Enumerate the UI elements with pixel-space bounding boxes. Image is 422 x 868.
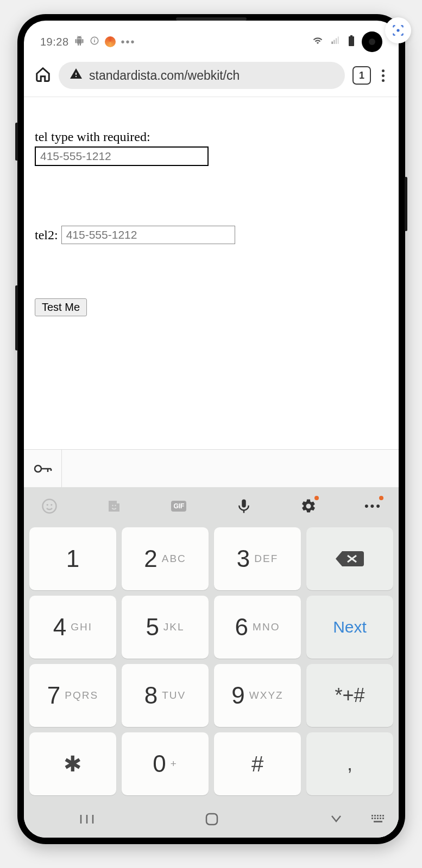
settings-icon[interactable] (297, 495, 320, 518)
web-page-content: tel type with required: tel2: Test Me (24, 97, 399, 327)
browser-menu-button[interactable] (379, 67, 388, 84)
svg-point-14 (43, 500, 56, 513)
sticker-icon[interactable] (103, 495, 125, 518)
svg-rect-25 (206, 814, 217, 825)
info-icon (90, 36, 99, 48)
mic-icon[interactable] (232, 495, 255, 518)
key-8[interactable]: 8TUV (122, 664, 209, 727)
tel1-input[interactable] (35, 146, 209, 166)
nav-home-icon[interactable] (204, 812, 219, 829)
soft-keyboard: GIF ••• 1 2ABC 3DEF (24, 487, 399, 838)
svg-rect-27 (374, 815, 376, 816)
key-9[interactable]: 9WXYZ (214, 664, 301, 727)
tabs-button[interactable]: 1 (352, 66, 371, 85)
suggestion-area[interactable] (62, 450, 399, 487)
key-0[interactable]: 0+ (122, 732, 209, 795)
tel2-input[interactable] (61, 226, 235, 244)
nav-back-icon[interactable] (329, 814, 344, 827)
svg-rect-5 (333, 40, 335, 44)
tel1-label: tel type with required: (35, 130, 388, 144)
android-nav-bar (24, 803, 399, 838)
key-5[interactable]: 5JKL (122, 596, 209, 659)
svg-rect-6 (336, 38, 337, 44)
battery-icon (348, 35, 355, 49)
key-1[interactable]: 1 (29, 527, 116, 590)
svg-rect-32 (374, 818, 376, 819)
svg-rect-36 (374, 821, 382, 822)
url-bar[interactable]: standardista.com/webkit/ch (59, 62, 345, 89)
svg-rect-9 (349, 36, 354, 46)
svg-rect-7 (338, 36, 339, 44)
insecure-icon (70, 67, 83, 84)
key-comma[interactable]: , (306, 732, 393, 795)
browser-toolbar: standardista.com/webkit/ch 1 (24, 55, 399, 97)
key-3[interactable]: 3DEF (214, 527, 301, 590)
svg-rect-35 (382, 818, 384, 819)
svg-point-10 (35, 465, 41, 472)
signal-icon (330, 36, 341, 48)
scan-screenshot-icon[interactable] (385, 17, 411, 43)
app-icon (105, 36, 116, 47)
key-7[interactable]: 7PQRS (29, 664, 116, 727)
svg-rect-4 (332, 41, 333, 44)
emoji-icon[interactable] (38, 495, 61, 518)
svg-rect-30 (382, 815, 384, 816)
android-icon (74, 36, 84, 48)
nav-recents-icon[interactable] (79, 813, 95, 828)
key-2[interactable]: 2ABC (122, 527, 209, 590)
gif-icon[interactable]: GIF (167, 495, 190, 518)
key-hash[interactable]: # (214, 732, 301, 795)
key-backspace[interactable] (306, 527, 393, 590)
svg-point-16 (51, 504, 52, 506)
key-6[interactable]: 6MNO (214, 596, 301, 659)
svg-rect-28 (377, 815, 379, 816)
more-icon[interactable]: ••• (362, 495, 385, 518)
phone-frame: 19:28 ••• (17, 14, 405, 844)
status-time: 19:28 (40, 36, 69, 48)
status-bar: 19:28 ••• (24, 21, 399, 55)
password-key-icon[interactable] (24, 450, 62, 487)
svg-rect-31 (371, 818, 373, 819)
tab-count: 1 (359, 70, 364, 81)
test-me-button[interactable]: Test Me (35, 298, 87, 316)
svg-rect-8 (350, 35, 352, 36)
front-camera-cutout (362, 31, 382, 52)
key-4[interactable]: 4GHI (29, 596, 116, 659)
nav-keyboard-switch-icon[interactable] (370, 814, 386, 827)
svg-rect-33 (377, 818, 379, 819)
key-symbols[interactable]: *+# (306, 664, 393, 727)
svg-point-0 (396, 29, 399, 31)
svg-point-18 (115, 505, 116, 507)
svg-rect-34 (380, 818, 381, 819)
home-icon[interactable] (35, 66, 51, 85)
svg-point-3 (94, 38, 95, 39)
svg-rect-29 (380, 815, 381, 816)
svg-point-15 (47, 504, 48, 506)
svg-rect-26 (371, 815, 373, 816)
key-asterisk[interactable]: ✱ (29, 732, 116, 795)
key-next[interactable]: Next (306, 596, 393, 659)
keyboard-suggestion-bar (24, 449, 399, 487)
tel2-label: tel2: (35, 228, 58, 242)
backspace-icon (335, 549, 365, 569)
more-dots-icon: ••• (121, 36, 136, 48)
wifi-icon (312, 36, 324, 48)
svg-point-17 (112, 505, 114, 507)
url-text: standardista.com/webkit/ch (89, 68, 240, 83)
keyboard-toolbar: GIF ••• (24, 487, 399, 525)
